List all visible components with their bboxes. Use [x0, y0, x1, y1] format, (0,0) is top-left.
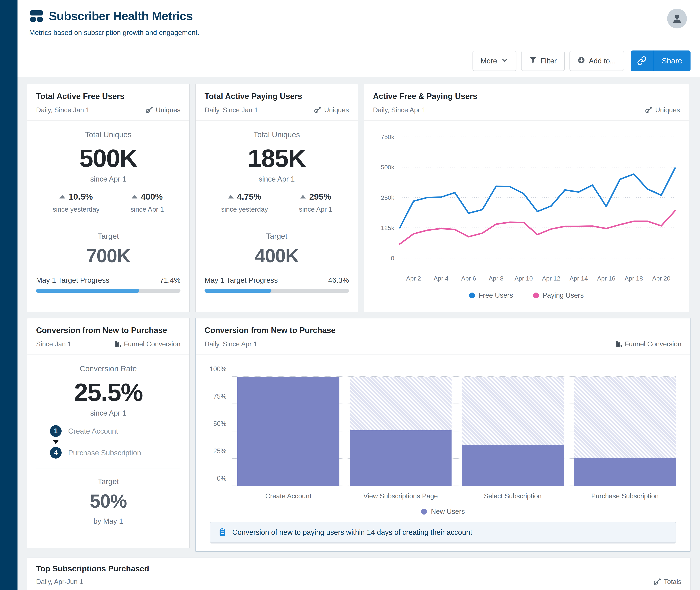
card-active-free-paying-users[interactable]: Active Free & Paying Users Daily, Since …	[364, 84, 689, 312]
card-title: Top Subscriptions Purchased	[36, 564, 681, 573]
progress-track	[36, 289, 181, 293]
chart-mode-totals[interactable]: Totals	[654, 578, 681, 586]
svg-text:Apr 10: Apr 10	[514, 275, 533, 282]
legend-item-free-users[interactable]: Free Users	[469, 291, 513, 299]
chart-mode-uniques[interactable]: Uniques	[645, 106, 680, 114]
mode-label: Funnel Conversion	[124, 340, 181, 348]
add-to-button[interactable]: Add to...	[570, 51, 624, 71]
share-label: Share	[662, 57, 682, 65]
target-label: Target	[205, 232, 349, 240]
metric-value: 185K	[205, 144, 349, 173]
funnel-bar-chart: 0%25%50%75%100%	[232, 377, 676, 486]
card-period: Daily, Apr-Jun 1	[36, 578, 83, 586]
funnel-bar[interactable]	[462, 377, 564, 486]
arrow-up-icon	[132, 195, 137, 198]
chart-mode-funnel[interactable]: Funnel Conversion	[114, 340, 181, 348]
more-label: More	[481, 57, 497, 65]
funnel-conversion-icon	[614, 340, 622, 348]
card-period: Daily, Since Apr 1	[205, 340, 257, 348]
target-label: Target	[36, 477, 181, 486]
arrow-up-icon	[60, 195, 65, 198]
divider	[36, 468, 181, 469]
metric-value: 25.5%	[36, 378, 181, 407]
progress-fill	[36, 289, 139, 293]
main-area: Subscriber Health Metrics Metrics based …	[17, 0, 700, 590]
row-3: Top Subscriptions Purchased Daily, Apr-J…	[27, 558, 691, 590]
step-number-badge: 1	[50, 425, 62, 437]
target-value: 400K	[205, 245, 349, 267]
page-title: Subscriber Health Metrics	[49, 9, 193, 23]
target-caption: by May 1	[36, 517, 181, 525]
chart-mode-funnel[interactable]: Funnel Conversion	[614, 340, 681, 348]
legend-dot-paying	[533, 293, 539, 298]
note-text: Conversion of new to paying users within…	[232, 528, 472, 536]
card-title: Active Free & Paying Users	[373, 92, 680, 101]
funnel-legend[interactable]: New Users	[205, 508, 681, 515]
svg-text:Apr 20: Apr 20	[652, 275, 670, 282]
mode-label: Funnel Conversion	[625, 340, 681, 348]
funnel-bar[interactable]	[574, 377, 676, 486]
svg-text:0: 0	[391, 255, 394, 262]
line-chart-legend: Free Users Paying Users	[372, 291, 681, 299]
chart-mode-uniques[interactable]: Uniques	[314, 106, 349, 114]
target-value: 700K	[36, 245, 181, 267]
legend-item-paying-users[interactable]: Paying Users	[533, 291, 584, 299]
delta-since-apr1: 400% since Apr 1	[130, 192, 164, 213]
share-button[interactable]: Share	[653, 51, 691, 71]
funnel-category-label: Select Subscription	[462, 492, 564, 500]
funnel-step-1: 1 Create Account	[50, 425, 167, 437]
svg-text:Apr 14: Apr 14	[570, 275, 588, 282]
link-icon	[637, 56, 646, 66]
funnel-conversion-icon	[114, 340, 121, 348]
card-total-active-free-users[interactable]: Total Active Free Users Daily, Since Jan…	[27, 84, 190, 312]
funnel-steps: 1 Create Account 4 Purchase Subscription	[50, 425, 167, 459]
legend-dot-new-users	[421, 509, 427, 514]
target-label: Target	[36, 232, 181, 240]
card-conversion-funnel-chart[interactable]: Conversion from New to Purchase Daily, S…	[195, 318, 691, 552]
user-avatar[interactable]	[667, 9, 687, 28]
funnel-bar[interactable]	[237, 377, 339, 486]
card-title: Total Active Free Users	[36, 92, 181, 101]
metric-since: since Apr 1	[205, 175, 349, 183]
divider	[36, 223, 181, 223]
card-top-subscriptions[interactable]: Top Subscriptions Purchased Daily, Apr-J…	[27, 558, 691, 590]
filter-button[interactable]: Filter	[521, 51, 565, 71]
uniques-chart-icon	[645, 106, 653, 114]
card-conversion-summary[interactable]: Conversion from New to Purchase Since Ja…	[27, 318, 190, 548]
legend-dot-free	[469, 293, 475, 298]
target-progress: May 1 Target Progress 46.3%	[205, 276, 349, 293]
metric-value: 500K	[36, 144, 181, 173]
app-sidebar	[0, 0, 17, 590]
more-button[interactable]: More	[473, 51, 516, 71]
progress-track	[205, 289, 349, 293]
mode-label: Uniques	[324, 106, 349, 114]
step-number-badge: 4	[50, 447, 62, 459]
filter-label: Filter	[540, 57, 557, 65]
card-title: Total Active Paying Users	[205, 92, 349, 101]
chart-note: Conversion of new to paying users within…	[210, 522, 676, 543]
svg-text:125k: 125k	[381, 224, 394, 231]
progress-value: 71.4%	[160, 276, 181, 284]
svg-text:Apr 6: Apr 6	[461, 275, 476, 282]
toolbar: More Filter Add to...	[17, 45, 700, 77]
svg-text:Apr 16: Apr 16	[597, 275, 615, 282]
svg-text:250k: 250k	[381, 194, 394, 201]
progress-label: May 1 Target Progress	[205, 276, 278, 284]
mode-label: Uniques	[156, 106, 181, 114]
metric-since: since Apr 1	[36, 175, 181, 183]
totals-chart-icon	[654, 578, 661, 586]
funnel-bar[interactable]	[349, 377, 452, 486]
svg-text:Apr 12: Apr 12	[542, 275, 560, 282]
arrow-up-icon	[300, 195, 306, 198]
svg-text:500k: 500k	[381, 164, 394, 171]
card-total-active-paying-users[interactable]: Total Active Paying Users Daily, Since J…	[195, 84, 358, 312]
funnel-step-2: 4 Purchase Subscription	[50, 447, 167, 459]
chart-mode-uniques[interactable]: Uniques	[145, 106, 181, 114]
arrow-up-icon	[228, 195, 234, 198]
metric-since: since Apr 1	[36, 409, 181, 417]
copy-link-button[interactable]	[631, 51, 653, 71]
target-value: 50%	[36, 490, 181, 512]
target-progress: May 1 Target Progress 71.4%	[36, 276, 181, 293]
share-button-group: Share	[631, 51, 691, 71]
card-title: Conversion from New to Purchase	[36, 326, 181, 335]
